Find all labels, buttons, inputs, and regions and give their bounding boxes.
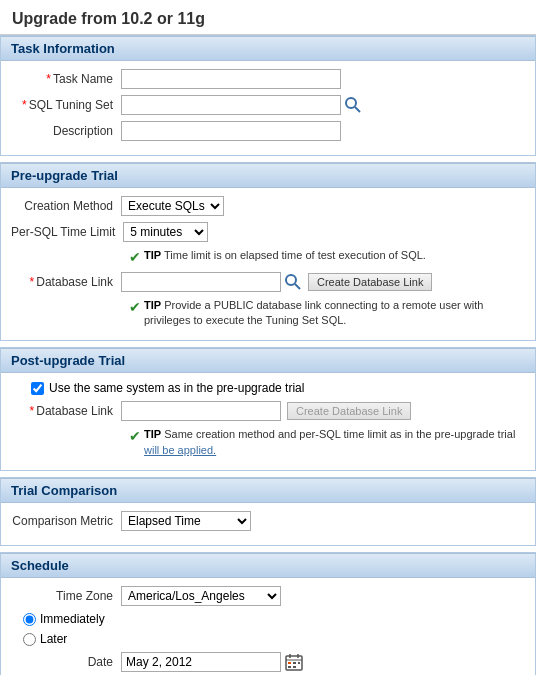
svg-line-1 [355, 107, 360, 112]
db-link-tip-row: ✔ TIP Provide a PUBLIC database link con… [11, 298, 525, 329]
svg-rect-12 [293, 666, 296, 668]
per-sql-time-limit-label: Per-SQL Time Limit [11, 225, 123, 239]
sql-tuning-set-search-icon[interactable] [344, 96, 362, 114]
date-row: Date [11, 652, 525, 672]
section-trial-comparison: Trial Comparison [1, 478, 535, 503]
svg-point-0 [346, 98, 356, 108]
svg-rect-10 [298, 662, 300, 664]
svg-rect-8 [288, 662, 291, 664]
svg-rect-9 [293, 662, 296, 664]
creation-method-label: Creation Method [11, 199, 121, 213]
description-input[interactable] [121, 121, 341, 141]
db-link-tip-text: TIP Provide a PUBLIC database link conne… [144, 298, 525, 329]
sql-tuning-set-row: *SQL Tuning Set [11, 95, 525, 115]
post-tip-text: TIP Same creation method and per-SQL tim… [144, 427, 525, 458]
pre-db-link-row: *Database Link Create Database Link [11, 272, 525, 292]
sql-tuning-set-label: *SQL Tuning Set [11, 98, 121, 112]
post-db-link-row: *Database Link Create Database Link [11, 401, 525, 421]
post-db-link-label: *Database Link [11, 404, 121, 418]
task-name-row: *Task Name [11, 69, 525, 89]
sql-tuning-set-input[interactable] [121, 95, 341, 115]
same-system-row: Use the same system as in the pre-upgrad… [11, 381, 525, 395]
time-limit-tip-check-icon: ✔ [129, 248, 141, 268]
section-schedule: Schedule [1, 553, 535, 578]
pre-db-link-search-icon[interactable] [284, 273, 302, 291]
post-db-link-input[interactable] [121, 401, 281, 421]
immediately-radio[interactable] [23, 613, 36, 626]
page-title: Upgrade from 10.2 or 11g [0, 0, 536, 35]
required-star2: * [22, 98, 27, 112]
section-pre-upgrade: Pre-upgrade Trial [1, 163, 535, 188]
same-system-checkbox[interactable] [31, 382, 44, 395]
db-link-tip-check-icon: ✔ [129, 298, 141, 318]
post-tip-check-icon: ✔ [129, 427, 141, 447]
time-limit-tip-row: ✔ TIP Time limit is on elapsed time of t… [11, 248, 525, 268]
timezone-label: Time Zone [11, 589, 121, 603]
date-input[interactable] [121, 652, 281, 672]
post-tip-row: ✔ TIP Same creation method and per-SQL t… [11, 427, 525, 458]
creation-method-row: Creation Method Execute SQLs Explain Pla… [11, 196, 525, 216]
pre-db-link-label: *Database Link [11, 275, 121, 289]
timezone-row: Time Zone America/Los_Angeles America/Ne… [11, 586, 525, 606]
pre-create-db-link-button[interactable]: Create Database Link [308, 273, 432, 291]
per-sql-time-limit-select[interactable]: 1 minute 5 minutes 10 minutes 30 minutes… [123, 222, 208, 242]
required-star3: * [30, 275, 35, 289]
comparison-metric-label: Comparison Metric [11, 514, 121, 528]
immediately-label: Immediately [40, 612, 105, 626]
post-create-db-link-button: Create Database Link [287, 402, 411, 420]
section-task-information: Task Information [1, 36, 535, 61]
comparison-metric-row: Comparison Metric Elapsed Time CPU Time … [11, 511, 525, 531]
later-radio[interactable] [23, 633, 36, 646]
svg-line-3 [295, 284, 300, 289]
section-post-upgrade: Post-upgrade Trial [1, 348, 535, 373]
date-label: Date [11, 655, 121, 669]
immediately-radio-row: Immediately [11, 612, 525, 626]
required-star4: * [30, 404, 35, 418]
svg-point-2 [286, 275, 296, 285]
required-star: * [46, 72, 51, 86]
comparison-metric-select[interactable]: Elapsed Time CPU Time Buffer Gets Disk R… [121, 511, 251, 531]
later-radio-row: Later [11, 632, 525, 646]
creation-method-select[interactable]: Execute SQLs Explain Plans [121, 196, 224, 216]
time-limit-tip-text: TIP Time limit is on elapsed time of tes… [144, 248, 426, 263]
same-system-label: Use the same system as in the pre-upgrad… [49, 381, 304, 395]
svg-rect-11 [288, 666, 291, 668]
later-label: Later [40, 632, 67, 646]
timezone-select[interactable]: America/Los_Angeles America/New_York UTC [121, 586, 281, 606]
task-name-label: *Task Name [11, 72, 121, 86]
pre-db-link-input[interactable] [121, 272, 281, 292]
per-sql-time-limit-row: Per-SQL Time Limit 1 minute 5 minutes 10… [11, 222, 525, 242]
task-name-input[interactable] [121, 69, 341, 89]
description-row: Description [11, 121, 525, 141]
calendar-icon[interactable] [285, 653, 303, 671]
description-label: Description [11, 124, 121, 138]
